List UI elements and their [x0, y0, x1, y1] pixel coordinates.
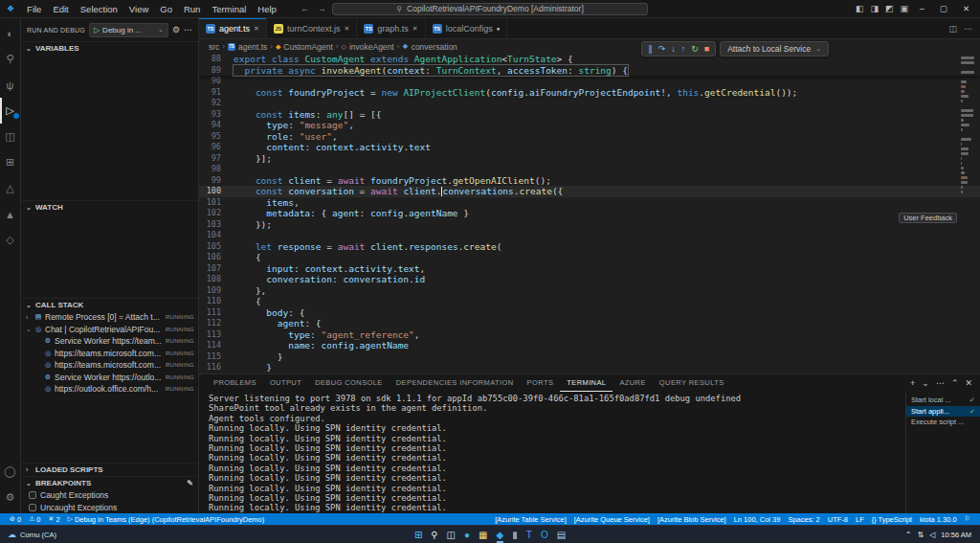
- status-debug-session[interactable]: ▷Debug in Teams (Edge) (CopilotRetrieval…: [64, 515, 269, 524]
- outlook-icon[interactable]: O: [541, 527, 548, 543]
- close-panel-icon[interactable]: ✕: [965, 378, 972, 388]
- status-eol[interactable]: LF: [852, 515, 868, 524]
- status-problems-warnings[interactable]: ⚠0: [25, 515, 44, 524]
- test-explorer-button[interactable]: △: [0, 175, 21, 201]
- panel-tab-debug-console[interactable]: DEBUG CONSOLE: [308, 374, 390, 392]
- teams-icon[interactable]: T: [526, 527, 532, 543]
- edge-icon[interactable]: ●: [464, 527, 470, 543]
- volume-icon[interactable]: ◁: [929, 531, 935, 539]
- tab-localconfigs[interactable]: TSlocalConfigs●: [426, 18, 508, 38]
- breadcrumb-item[interactable]: ◇invokeAgent: [342, 42, 394, 52]
- settings-gear-button[interactable]: ⚙: [0, 485, 21, 510]
- code-line[interactable]: 108 conversation: conversation.id: [199, 274, 980, 285]
- menu-file[interactable]: File: [21, 0, 47, 18]
- command-center[interactable]: ⚲ CopilotRetrievalAPIFoundryDemo [Admini…: [332, 3, 648, 15]
- panel-tab-problems[interactable]: PROBLEMS: [207, 374, 263, 392]
- breadcrumb-item[interactable]: ◆CustomAgent: [276, 42, 333, 52]
- search-button[interactable]: ⚲: [0, 46, 21, 72]
- terminal-list-item[interactable]: Execute script ...: [906, 417, 980, 428]
- debug-config-dropdown[interactable]: ▷ Debug in ... ⌄: [89, 23, 168, 37]
- breakpoint-checkbox[interactable]: [29, 504, 36, 511]
- breadcrumb-item[interactable]: TSagent.ts: [228, 42, 267, 52]
- call-stack-row[interactable]: ›▤Remote Process [0] = Attach t...RUNNIN…: [21, 311, 198, 324]
- code-line[interactable]: 111 body: {: [199, 307, 980, 319]
- code-line[interactable]: 89 private async invokeAgent(context: Tu…: [199, 65, 980, 77]
- vscode-icon[interactable]: ◆: [497, 527, 504, 543]
- code-line[interactable]: 99 const client = await foundryProject.g…: [199, 175, 980, 187]
- taskbar-clock[interactable]: 10:56 AM: [941, 531, 971, 539]
- call-stack-section-header[interactable]: ⌄ CALL STACK: [21, 298, 198, 311]
- panel-tab-azure[interactable]: AZURE: [612, 374, 652, 392]
- toggle-secondary-sidebar-icon[interactable]: ◩: [885, 4, 894, 13]
- panel-tab-output[interactable]: OUTPUT: [263, 374, 308, 392]
- notepad-icon[interactable]: ▤: [557, 527, 566, 543]
- tray-chevron-icon[interactable]: ⌃: [905, 531, 912, 539]
- close-tab-icon[interactable]: ✕: [412, 25, 418, 33]
- step-out-button[interactable]: ↑: [681, 43, 686, 55]
- code-line[interactable]: 102 metadata: { agent: config.agentName …: [199, 208, 980, 219]
- code-line[interactable]: 113 type: "agent_reference",: [199, 329, 980, 341]
- status-kiota-version[interactable]: kiota 1.30.0: [916, 515, 961, 524]
- tab-turncontext-js[interactable]: JSturnContext.js✕: [267, 18, 357, 38]
- stop-button[interactable]: ■: [704, 43, 709, 55]
- terminal-profiles-chevron-icon[interactable]: ⌄: [922, 378, 929, 388]
- azure-button[interactable]: ▲: [0, 201, 21, 227]
- panel-tab-ports[interactable]: PORTS: [521, 374, 561, 392]
- file-explorer-icon[interactable]: ▦: [479, 527, 487, 543]
- close-tab-icon[interactable]: ✕: [254, 25, 259, 33]
- minimize-button[interactable]: –: [916, 4, 928, 13]
- source-control-button[interactable]: ψ: [0, 72, 21, 98]
- code-line[interactable]: 106 {: [199, 252, 980, 263]
- breakpoint-row[interactable]: Uncaught Exceptions: [21, 502, 198, 514]
- code-line[interactable]: 103 });: [199, 219, 980, 231]
- edit-breakpoint-icon[interactable]: ✎: [187, 479, 193, 487]
- terminal-output[interactable]: Server listening to port 3978 on sdk 1.1…: [199, 392, 905, 513]
- code-line[interactable]: 100 const conversation = await client.co…: [199, 186, 980, 197]
- status-azurite-blob[interactable]: [Azurite Blob Service]: [654, 515, 730, 524]
- variables-section-header[interactable]: ⌄ VARIABLES: [21, 41, 198, 55]
- call-stack-row[interactable]: ◎https://outlook.office.com/h...RUNNING: [21, 383, 198, 396]
- call-stack-row[interactable]: ◎https://teams.microsoft.com...RUNNING: [21, 348, 198, 360]
- status-ports-badge[interactable]: ✕2: [45, 515, 64, 524]
- loaded-scripts-section-header[interactable]: › LOADED SCRIPTS: [21, 463, 198, 476]
- call-stack-row[interactable]: ⌄◎Chat | CopilotRetrievalAPIFou...RUNNIN…: [21, 324, 198, 336]
- breakpoint-row[interactable]: Caught Exceptions: [21, 489, 198, 502]
- panel-tab-terminal[interactable]: TERMINAL: [560, 374, 612, 392]
- toggle-panel-icon[interactable]: ◨: [871, 4, 880, 13]
- menu-selection[interactable]: Selection: [75, 0, 123, 18]
- status-cursor-position[interactable]: Ln 100, Col 39: [730, 515, 785, 524]
- code-line[interactable]: 91 const foundryProject = new AIProjectC…: [199, 87, 980, 99]
- terminal-icon[interactable]: ▮: [512, 527, 518, 543]
- call-stack-row[interactable]: ◎https://teams.microsoft.com...RUNNING: [21, 359, 198, 372]
- status-bell[interactable]: ⚐: [961, 515, 974, 523]
- code-line[interactable]: 92: [199, 98, 980, 109]
- code-line[interactable]: 93 const items: any[] = [{: [199, 109, 980, 121]
- toggle-primary-sidebar-icon[interactable]: ◧: [856, 4, 864, 13]
- close-button[interactable]: ✕: [959, 4, 973, 13]
- menu-run[interactable]: Run: [178, 0, 206, 18]
- maximize-panel-icon[interactable]: ⌃: [951, 378, 959, 388]
- menu-help[interactable]: Help: [252, 0, 282, 18]
- code-line[interactable]: 97 }];: [199, 153, 980, 165]
- code-line[interactable]: 98: [199, 164, 980, 175]
- code-line[interactable]: 96 content: context.activity.text: [199, 142, 980, 153]
- code-line[interactable]: 101 items,: [199, 197, 980, 209]
- code-line[interactable]: 107 input: context.activity.text,: [199, 263, 980, 275]
- panel-tab-query-results[interactable]: QUERY RESULTS: [653, 374, 731, 392]
- more-actions-icon[interactable]: ⋯: [964, 24, 972, 34]
- breakpoint-checkbox[interactable]: [29, 491, 36, 499]
- extensions-button[interactable]: ⊞: [0, 149, 21, 175]
- forward-button[interactable]: →: [318, 4, 326, 13]
- status-azurite-queue[interactable]: [Azurite Queue Service]: [570, 515, 654, 524]
- call-stack-row[interactable]: ⚙Service Worker https://team...RUNNING: [21, 335, 198, 348]
- code-line[interactable]: 88export class CustomAgent extends Agent…: [199, 54, 980, 65]
- status-azurite-table[interactable]: [Azurite Table Service]: [491, 515, 569, 524]
- attach-target-select[interactable]: Attach to Local Service ⌄: [720, 41, 829, 57]
- search-button[interactable]: ⚲: [431, 527, 437, 543]
- code-line[interactable]: 115 }: [199, 351, 980, 363]
- tab-graph-ts[interactable]: TSgraph.ts✕: [357, 18, 425, 38]
- user-feedback-decoration[interactable]: User Feedback: [899, 213, 957, 223]
- code-line[interactable]: 112 agent: {: [199, 318, 980, 329]
- code-line[interactable]: 90: [199, 76, 980, 87]
- account-button[interactable]: ◯: [0, 459, 21, 485]
